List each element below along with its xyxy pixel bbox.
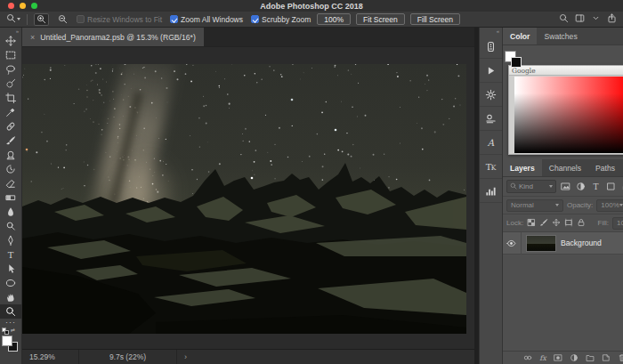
shape-tool[interactable]	[0, 276, 22, 290]
canvas-pasteboard	[22, 47, 474, 349]
layer-name: Background	[561, 239, 602, 247]
blend-mode-select[interactable]: Normal	[506, 199, 563, 212]
zoom-in-button[interactable]	[34, 13, 49, 26]
layers-tab-paths[interactable]: Paths	[588, 159, 622, 176]
marquee-tool[interactable]	[0, 48, 22, 62]
dock-light-source-icon[interactable]	[480, 83, 503, 107]
history-brush-tool[interactable]	[0, 162, 22, 176]
filter-kind-label: Kind	[519, 182, 533, 190]
app-title: Adobe Photoshop CC 2018	[260, 2, 363, 11]
fitscreen-button[interactable]: Fit Screen	[356, 13, 405, 25]
dock-tone-icon[interactable]	[480, 107, 503, 131]
checkbox-zoom-all-windows[interactable]: Zoom All Windows	[170, 15, 243, 24]
layer-style-icon[interactable]: fx	[539, 354, 546, 362]
add-mask-icon[interactable]	[554, 353, 562, 362]
layer-filter-kind-select[interactable]: Kind	[506, 180, 556, 193]
canvas-image[interactable]	[22, 64, 466, 334]
close-tab-icon[interactable]: ×	[30, 33, 35, 42]
healing-tool[interactable]	[0, 119, 22, 133]
checkbox-scrubby-zoom[interactable]: Scrubby Zoom	[251, 15, 311, 24]
status-zoom-level[interactable]: 15.29%	[22, 350, 79, 364]
status-bar: 15.29% 9.7s (22%) ›	[22, 349, 474, 364]
minimize-window-icon[interactable]	[20, 3, 26, 9]
dock-expand-icon[interactable]: «	[497, 28, 499, 35]
status-document-info[interactable]: 9.7s (22%)	[79, 350, 177, 364]
maximize-window-icon[interactable]	[31, 3, 37, 9]
color-tab-color[interactable]: Color	[503, 28, 537, 44]
google-overlay-window[interactable]: Google □ ×	[508, 65, 623, 155]
layers-tab-layers[interactable]: Layers	[503, 159, 542, 176]
layer-row[interactable]: Background	[503, 232, 623, 255]
hand-tool[interactable]	[0, 290, 22, 304]
delete-layer-icon[interactable]	[618, 353, 623, 362]
lock-transparent-icon[interactable]	[527, 218, 536, 229]
fill-select[interactable]: 100%	[612, 217, 623, 230]
checkbox-box[interactable]	[170, 15, 178, 23]
path-select-tool[interactable]	[0, 262, 22, 276]
lock-paint-icon[interactable]	[539, 218, 548, 229]
lock-all-icon[interactable]	[577, 218, 586, 229]
saturation-brightness-field[interactable]	[514, 77, 623, 153]
checkbox-box[interactable]	[77, 15, 85, 23]
foreground-color-swatch[interactable]	[2, 336, 12, 346]
type-tool[interactable]: T	[0, 247, 22, 262]
clone-stamp-tool[interactable]	[0, 148, 22, 162]
color-tab-swatches[interactable]: Swatches	[537, 28, 584, 44]
dock-glyph-a-icon[interactable]: A	[480, 131, 503, 155]
dock-histogram-icon[interactable]	[480, 179, 503, 203]
titlebar: Adobe Photoshop CC 2018	[0, 0, 623, 12]
filter-pixel-layers-icon[interactable]	[561, 182, 570, 191]
zoom-out-button[interactable]	[55, 13, 70, 26]
layers-panel-header: LayersChannelsPaths	[503, 159, 623, 177]
background-color-swatch-panel[interactable]	[511, 57, 522, 68]
search-icon[interactable]	[559, 13, 569, 25]
lock-artboard-icon[interactable]	[564, 218, 573, 229]
checkbox-label: Zoom All Windows	[181, 15, 243, 24]
new-group-icon[interactable]	[586, 353, 595, 362]
eyedropper-tool[interactable]	[0, 105, 22, 119]
dock-actions-icon[interactable]	[480, 59, 503, 83]
layer-visibility-icon[interactable]	[506, 239, 516, 248]
status-flyout-icon[interactable]: ›	[184, 352, 187, 361]
dock-tk-actions-icon[interactable]: TK	[480, 155, 503, 179]
link-layers-icon[interactable]	[523, 353, 532, 362]
window-controls[interactable]	[8, 3, 37, 9]
checkbox-resize-windows-to-fit[interactable]: Resize Windows to Fit	[77, 15, 162, 24]
layers-tab-channels[interactable]: Channels	[542, 159, 588, 176]
lock-position-icon[interactable]	[552, 218, 561, 229]
checkbox-box[interactable]	[251, 15, 259, 23]
100-button[interactable]: 100%	[317, 13, 351, 25]
checkbox-label: Resize Windows to Fit	[87, 15, 162, 24]
filter-shape-layers-icon[interactable]	[606, 182, 616, 191]
gradient-tool[interactable]	[0, 190, 22, 205]
eraser-tool[interactable]	[0, 176, 22, 190]
google-window-titlebar[interactable]: Google □ ×	[509, 66, 623, 76]
brush-tool[interactable]	[0, 133, 22, 148]
zoom-tool[interactable]	[0, 304, 22, 319]
options-bar: Resize Windows to FitZoom All WindowsScr…	[0, 12, 623, 28]
toolbar-collapse-icon[interactable]: »	[16, 28, 19, 34]
document-tab[interactable]: × Untitled_Panorama2.psb @ 15.3% (RGB/16…	[22, 28, 204, 46]
close-window-icon[interactable]	[8, 3, 14, 9]
filter-type-layers-icon[interactable]: T	[591, 182, 601, 191]
layer-thumbnail[interactable]	[526, 235, 556, 252]
pen-tool[interactable]	[0, 233, 22, 247]
new-adjustment-icon[interactable]	[570, 353, 578, 362]
dock-properties-icon[interactable]	[480, 35, 503, 59]
lasso-tool[interactable]	[0, 62, 22, 77]
switch-colors-icon[interactable]: ⇄	[11, 327, 15, 333]
tool-preset[interactable]	[6, 13, 20, 25]
crop-tool[interactable]	[0, 91, 22, 105]
dodge-tool[interactable]	[0, 219, 22, 233]
chevron-down-icon[interactable]	[591, 13, 601, 25]
move-tool[interactable]	[0, 34, 22, 48]
blur-tool[interactable]	[0, 205, 22, 219]
new-layer-icon[interactable]	[602, 353, 611, 362]
fillscreen-button[interactable]: Fill Screen	[410, 13, 460, 25]
filter-adjustment-layers-icon[interactable]	[576, 182, 586, 191]
quick-select-tool[interactable]	[0, 77, 22, 91]
share-icon[interactable]	[607, 13, 617, 25]
opacity-select[interactable]: 100%	[596, 199, 623, 212]
workspace-switcher-icon[interactable]	[575, 13, 585, 25]
edit-toolbar-icon[interactable]: ···	[5, 319, 16, 327]
